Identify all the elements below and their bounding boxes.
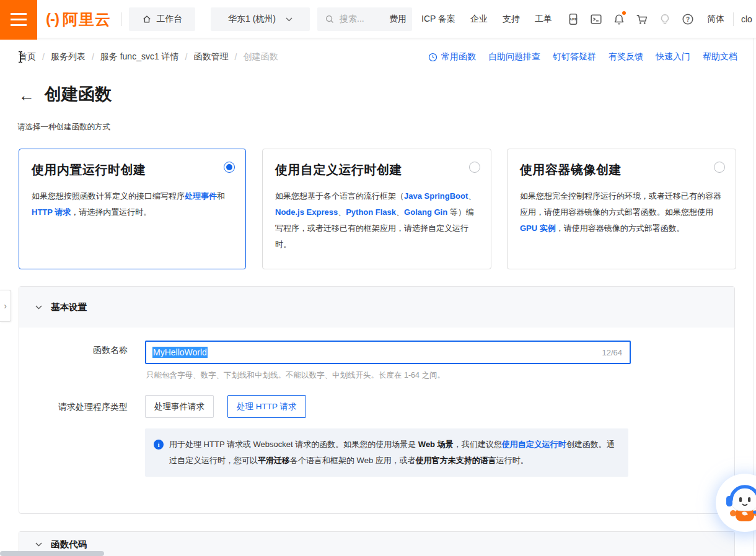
link-http-request[interactable]: HTTP 请求 (32, 207, 71, 217)
link-nodejs-express[interactable]: Node.js Express (275, 207, 338, 217)
link-use-custom-runtime[interactable]: 使用自定义运行时 (502, 440, 566, 449)
clock-icon (428, 53, 437, 62)
cart-icon[interactable] (636, 13, 648, 25)
home-icon (142, 14, 152, 24)
card-builtin-runtime[interactable]: 使用内置运行时创建 如果您想按照函数计算定义的接口编写程序处理事件和 HTTP … (19, 149, 246, 269)
navbar-right-menu: 费用 ICP 备案 企业 支持 工单 APP (389, 0, 756, 38)
sidebar-expand-handle[interactable]: › (0, 290, 11, 322)
notification-bell-icon[interactable] (613, 13, 625, 25)
section-title: 函数代码 (51, 539, 87, 550)
nav-item-icp[interactable]: ICP 备案 (421, 14, 455, 25)
card-container-image[interactable]: 使用容器镜像创建 如果您想完全控制程序运行的环境，或者迁移已有的容器应用，请使用… (507, 149, 736, 269)
search-placeholder: 搜索... (340, 14, 364, 25)
divider (121, 12, 122, 26)
handler-http-button[interactable]: 处理 HTTP 请求 (227, 395, 306, 418)
hamburger-icon (11, 13, 27, 15)
link-dingtalk-group[interactable]: 钉钉答疑群 (553, 51, 596, 63)
section-title: 基本设置 (51, 302, 87, 313)
card-description: 如果您想基于各个语言的流行框架（Java SpringBoot、Node.js … (275, 188, 478, 253)
notification-dot (622, 11, 626, 15)
radio-container-image[interactable] (714, 162, 725, 173)
text-cursor (17, 51, 24, 63)
breadcrumb-function-mgmt[interactable]: 函数管理 (194, 51, 229, 63)
link-quickstart[interactable]: 快速入门 (656, 51, 690, 63)
top-navbar: (-) 阿里云 工作台 华东1 (杭州) 搜索... 费用 ICP 备案 (0, 0, 756, 38)
link-golang-gin[interactable]: Golang Gin (404, 207, 447, 217)
breadcrumb-row: 首页 / 服务列表 / 服务 func_svc1 详情 / 函数管理 / 创建函… (0, 38, 756, 76)
link-self-troubleshoot[interactable]: 自助问题排查 (488, 51, 540, 63)
link-feedback[interactable]: 有奖反馈 (609, 51, 643, 63)
region-label: 华东1 (杭州) (228, 14, 276, 25)
function-code-section: 函数代码 (19, 531, 735, 556)
basic-settings-header[interactable]: 基本设置 (19, 287, 734, 328)
alicloud-logo-text: 阿里云 (63, 9, 111, 30)
hamburger-icon (11, 19, 27, 20)
char-counter: 12/64 (602, 348, 622, 357)
nav-item-enterprise[interactable]: 企业 (470, 14, 488, 25)
account-name[interactable]: clo (741, 14, 756, 24)
help-icon[interactable]: ? (682, 13, 694, 25)
back-button[interactable]: ← (19, 85, 35, 105)
radio-custom-runtime[interactable] (469, 162, 480, 173)
function-name-value: MyHelloWorld (152, 347, 208, 358)
card-title: 使用内置运行时创建 (32, 162, 233, 178)
link-python-flask[interactable]: Python Flask (346, 207, 396, 217)
basic-settings-section: 基本设置 函数名称 MyHelloWorld 12/64 只能包含字母、数字、下… (19, 286, 735, 514)
page-subtitle: 请选择一种创建函数的方式 (17, 122, 110, 132)
customer-service-mascot[interactable] (714, 472, 756, 534)
function-code-header[interactable]: 函数代码 (19, 532, 734, 556)
app-icon[interactable]: APP (567, 13, 579, 25)
breadcrumb-separator: / (185, 52, 188, 62)
info-text: 用于处理 HTTP 请求或 Websocket 请求的函数。如果您的使用场景是 … (169, 437, 617, 469)
handler-type-group: 处理事件请求 处理 HTTP 请求 (145, 395, 306, 418)
divider (733, 12, 734, 26)
svg-text:APP: APP (569, 17, 578, 21)
card-title: 使用自定义运行时创建 (275, 162, 478, 178)
http-handler-info-box: i 用于处理 HTTP 请求或 Websocket 请求的函数。如果您的使用场景… (145, 428, 628, 477)
chevron-down-icon (35, 305, 42, 310)
page-title: 创建函数 (45, 83, 112, 105)
hamburger-icon (11, 24, 27, 26)
chevron-down-icon (35, 542, 42, 547)
horizontal-scrollbar[interactable] (0, 551, 104, 556)
quick-links: 常用函数 自助问题排查 钉钉答疑群 有奖反馈 快速入门 帮助文档 (428, 38, 737, 76)
handler-event-button[interactable]: 处理事件请求 (145, 395, 214, 418)
card-description: 如果您想按照函数计算定义的接口编写程序处理事件和 HTTP 请求，请选择内置运行… (32, 188, 233, 220)
region-selector[interactable]: 华东1 (杭州) (211, 7, 310, 31)
breadcrumb-current: 创建函数 (243, 51, 278, 63)
nav-item-ticket[interactable]: 工单 (535, 14, 552, 25)
link-common-functions[interactable]: 常用函数 (428, 51, 476, 63)
create-function-page: (-) 阿里云 工作台 华东1 (杭州) 搜索... 费用 ICP 备案 (0, 0, 756, 556)
language-selector[interactable]: 简体 (707, 14, 724, 25)
nav-item-billing[interactable]: 费用 (389, 14, 407, 25)
card-description: 如果您想完全控制程序运行的环境，或者迁移已有的容器应用，请使用容器镜像的方式部署… (520, 188, 723, 237)
workbench-label: 工作台 (157, 14, 183, 25)
card-title: 使用容器镜像创建 (520, 162, 723, 178)
function-name-label: 函数名称 (19, 345, 128, 356)
svg-text:?: ? (686, 16, 690, 23)
link-java-springboot[interactable]: Java SpringBoot (404, 191, 468, 201)
breadcrumb-separator: / (235, 52, 237, 62)
breadcrumb: 首页 / 服务列表 / 服务 func_svc1 详情 / 函数管理 / 创建函… (19, 38, 278, 76)
workbench-button[interactable]: 工作台 (129, 7, 195, 31)
terminal-icon[interactable] (590, 13, 602, 25)
handler-type-label: 请求处理程序类型 (19, 402, 128, 413)
lightbulb-icon[interactable] (659, 13, 671, 25)
alicloud-logo[interactable]: (-) 阿里云 (46, 0, 111, 38)
hamburger-menu-button[interactable] (0, 0, 37, 40)
nav-item-support[interactable]: 支持 (503, 14, 520, 25)
card-custom-runtime[interactable]: 使用自定义运行时创建 如果您想基于各个语言的流行框架（Java SpringBo… (262, 149, 491, 269)
alicloud-logo-icon: (-) (46, 11, 59, 28)
link-gpu-instance[interactable]: GPU 实例 (520, 224, 556, 233)
search-icon (325, 14, 335, 24)
chevron-down-icon (286, 17, 292, 22)
link-handle-event[interactable]: 处理事件 (185, 191, 217, 201)
radio-builtin-runtime[interactable] (224, 162, 235, 173)
function-name-help: 只能包含字母、数字、下划线和中划线。不能以数字、中划线开头。长度在 1-64 之… (146, 370, 445, 381)
info-icon: i (154, 440, 164, 450)
breadcrumb-service-detail[interactable]: 服务 func_svc1 详情 (100, 51, 179, 63)
link-help-docs[interactable]: 帮助文档 (703, 51, 737, 63)
breadcrumb-service-list[interactable]: 服务列表 (51, 51, 86, 63)
function-name-input[interactable]: MyHelloWorld 12/64 (145, 341, 631, 364)
breadcrumb-separator: / (42, 52, 45, 62)
